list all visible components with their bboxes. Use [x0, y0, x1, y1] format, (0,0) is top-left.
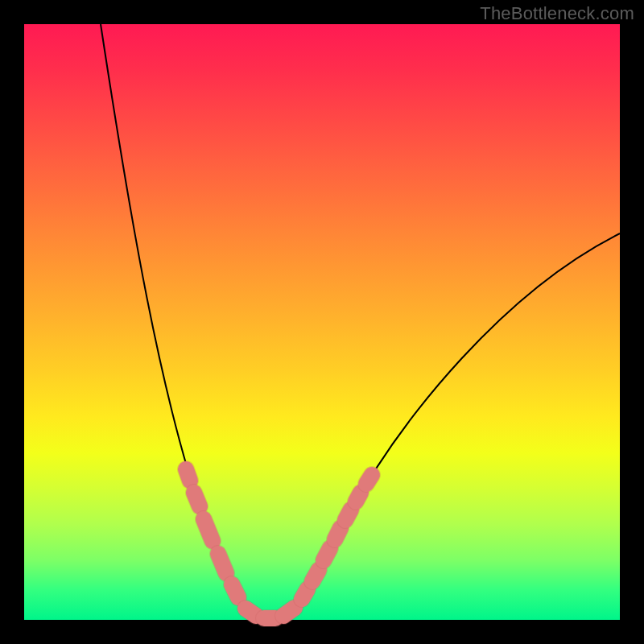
curve-marker: [283, 608, 295, 616]
chart-svg: [24, 24, 620, 620]
curve-marker: [218, 554, 226, 573]
curve-marker: [204, 519, 213, 541]
chart-frame: TheBottleneck.com: [0, 0, 644, 644]
curve-marker: [246, 609, 256, 616]
curve-marker: [194, 493, 200, 506]
chart-markers: [186, 469, 372, 618]
curve-marker: [366, 475, 372, 484]
curve-marker: [356, 493, 361, 502]
curve-marker: [335, 528, 341, 539]
curve-marker: [312, 570, 319, 581]
curve-marker: [302, 589, 308, 599]
curve-marker: [232, 584, 238, 597]
curve-marker: [186, 469, 190, 481]
curve-marker: [345, 510, 351, 520]
chart-plot-area: [24, 24, 620, 620]
watermark-text: TheBottleneck.com: [480, 3, 634, 24]
curve-marker: [324, 548, 330, 560]
bottleneck-curve: [101, 24, 620, 618]
